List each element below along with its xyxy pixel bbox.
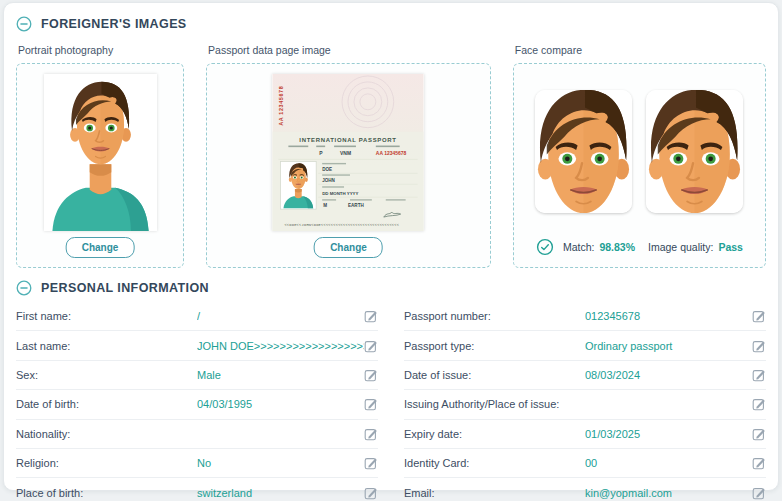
passport-vertical-number: AA 12345678 [279, 86, 285, 126]
field-value: switzerland [197, 487, 364, 499]
edit-icon[interactable] [364, 309, 378, 323]
edit-icon[interactable] [364, 456, 378, 470]
field-row: Expiry date: 01/03/2025 [404, 420, 766, 449]
field-value: Ordinary passport [585, 340, 752, 352]
passport-upload-box: AA 12345678 INTERNATIONAL PASSPORT P VNM… [206, 63, 491, 268]
match-result-row: Match: 98.83% Image quality: Pass [514, 238, 765, 256]
field-label: Date of issue: [404, 369, 585, 381]
passport-given-name: JOHN [323, 178, 336, 183]
field-label: Email: [404, 487, 585, 499]
field-row: Email: kin@yopmail.com [404, 478, 766, 501]
personal-info-header: PERSONAL INFORMATION [16, 277, 766, 299]
passport-birth-date: DD MONTH YYYY [323, 191, 359, 196]
field-row: Last name: JOHN DOE>>>>>>>>>>>>>>>>>>>>>… [16, 331, 378, 360]
field-row: Date of issue: 08/03/2024 [404, 361, 766, 390]
field-row: Passport type: Ordinary passport [404, 331, 766, 360]
face-compare-passport-image [646, 90, 743, 213]
field-value: JOHN DOE>>>>>>>>>>>>>>>>>>>>>>>>>> [197, 340, 364, 352]
field-value: Male [197, 369, 364, 381]
edit-icon[interactable] [752, 339, 766, 353]
portrait-upload-box: Change [16, 63, 184, 268]
field-row: Identity Card: 00 [404, 449, 766, 478]
field-value: 01/03/2025 [585, 428, 752, 440]
check-circle-icon [536, 238, 554, 256]
field-value: / [197, 310, 364, 322]
quality-value: Pass [718, 241, 743, 253]
field-row: Place of birth: switzerland [16, 478, 378, 501]
portrait-image [44, 74, 157, 231]
passport-doc-title: INTERNATIONAL PASSPORT [300, 137, 397, 143]
edit-icon[interactable] [752, 368, 766, 382]
field-label: Identity Card: [404, 457, 585, 469]
field-label: Religion: [16, 457, 197, 469]
field-label: Last name: [16, 340, 197, 352]
personal-fields-left-column: First name: / Last name: JOHN DOE>>>>>>>… [16, 302, 378, 501]
field-label: Date of birth: [16, 398, 197, 410]
quality-label: Image quality: [648, 241, 713, 253]
edit-icon[interactable] [752, 309, 766, 323]
passport-code: VNM [341, 151, 352, 156]
portrait-label: Portrait photography [18, 44, 184, 56]
field-label: Expiry date: [404, 428, 585, 440]
personal-fields-right-column: Passport number: 012345678 Passport type… [404, 302, 766, 501]
field-value: kin@yopmail.com [585, 487, 752, 499]
passport-sex: M [324, 203, 328, 208]
field-row: Nationality: [16, 420, 378, 449]
edit-icon[interactable] [752, 486, 766, 500]
field-row: Date of birth: 04/03/1995 [16, 390, 378, 419]
section-title-images: FOREIGNER'S IMAGES [41, 17, 187, 31]
edit-icon[interactable] [752, 456, 766, 470]
passport-surname: DOE [323, 167, 333, 172]
edit-icon[interactable] [752, 427, 766, 441]
passport-change-button[interactable]: Change [314, 237, 383, 258]
field-label: Passport type: [404, 340, 585, 352]
edit-icon[interactable] [364, 339, 378, 353]
field-value: 08/03/2024 [585, 369, 752, 381]
collapse-icon[interactable] [16, 280, 32, 296]
portrait-change-button[interactable]: Change [66, 237, 135, 258]
field-label: Sex: [16, 369, 197, 381]
face-compare-box: Match: 98.83% Image quality: Pass [513, 63, 766, 268]
edit-icon[interactable] [364, 427, 378, 441]
face-compare-label: Face compare [515, 44, 766, 56]
field-label: First name: [16, 310, 197, 322]
passport-page-image: AA 12345678 INTERNATIONAL PASSPORT P VNM… [272, 74, 424, 231]
passport-place-of-birth: EARTH [348, 203, 364, 208]
foreigners-images-header: FOREIGNER'S IMAGES [16, 13, 766, 35]
field-label: Nationality: [16, 428, 197, 440]
field-row: Issuing Authority/Place of issue: [404, 390, 766, 419]
match-label: Match: [563, 241, 595, 253]
field-row: Passport number: 012345678 [404, 302, 766, 331]
field-row: Religion: No [16, 449, 378, 478]
field-label: Passport number: [404, 310, 585, 322]
collapse-icon[interactable] [16, 16, 32, 32]
field-label: Issuing Authority/Place of issue: [404, 398, 585, 410]
edit-icon[interactable] [752, 397, 766, 411]
passport-label: Passport data page image [208, 44, 491, 56]
field-value: 04/03/1995 [197, 398, 364, 410]
passport-mrz: <<DOE<<JOHN<DOE<<<<<<<<<<<<<<<<<<<<<<<<<… [285, 223, 400, 227]
edit-icon[interactable] [364, 486, 378, 500]
match-value: 98.83% [599, 241, 635, 253]
field-row: Sex: Male [16, 361, 378, 390]
main-panel: FOREIGNER'S IMAGES Portrait photography … [3, 2, 779, 491]
edit-icon[interactable] [364, 368, 378, 382]
field-row: First name: / [16, 302, 378, 331]
field-label: Place of birth: [16, 487, 197, 499]
edit-icon[interactable] [364, 397, 378, 411]
field-value: No [197, 457, 364, 469]
section-title-personal: PERSONAL INFORMATION [41, 281, 209, 295]
passport-number-text: AA 12345678 [376, 151, 407, 156]
field-value: 00 [585, 457, 752, 469]
field-value: 012345678 [585, 310, 752, 322]
face-compare-portrait-image [535, 90, 632, 213]
